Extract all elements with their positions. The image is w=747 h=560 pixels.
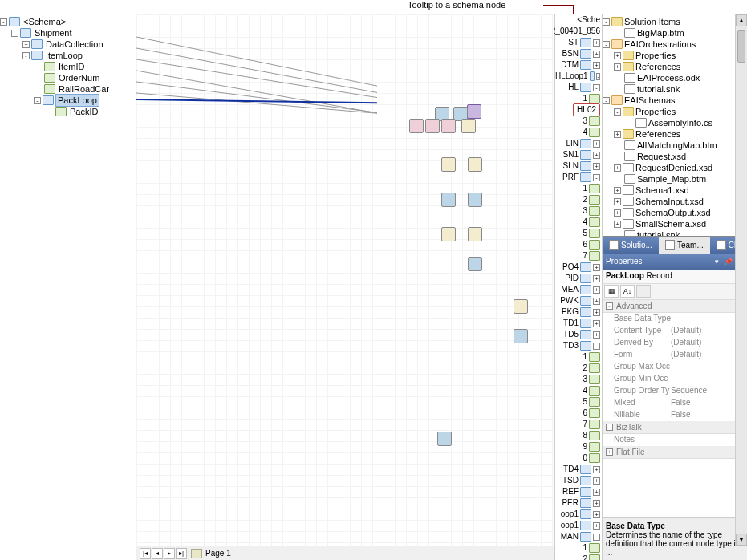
node-label[interactable]: SN1 (563, 149, 579, 160)
node-label[interactable]: 1 (583, 351, 587, 363)
node-label[interactable]: ItemID (57, 61, 86, 72)
node-label[interactable]: 2 (583, 363, 587, 374)
node-label[interactable]: PRF (562, 172, 579, 183)
functoid[interactable] (437, 432, 452, 446)
dest-node[interactable]: 9 (555, 441, 602, 452)
property-pages-button[interactable] (636, 285, 651, 298)
toggle-icon[interactable]: + (593, 62, 600, 69)
node-label[interactable]: PID (565, 273, 579, 284)
toggle-icon[interactable]: + (593, 477, 600, 485)
destination-schema-tree[interactable]: <Sche2_00401_856ST+BSN+DTM+HLLoop1-HL-12… (554, 14, 603, 560)
solution-node[interactable]: tutorial.snk (603, 229, 747, 236)
node-label[interactable]: 7 (583, 250, 587, 262)
toggle-icon[interactable]: + (614, 209, 621, 217)
source-node[interactable]: PackID (0, 106, 136, 117)
toggle-icon[interactable]: - (593, 534, 600, 541)
node-label[interactable]: 4 (583, 217, 587, 228)
tool-tab[interactable]: Team... (659, 237, 710, 254)
prev-page-button[interactable]: ◂ (152, 548, 163, 559)
toggle-icon[interactable]: + (614, 198, 621, 205)
node-label[interactable]: PER (562, 497, 579, 509)
dest-node[interactable]: oop1+ (555, 509, 602, 520)
dest-node[interactable]: DTM+ (555, 59, 602, 71)
solution-node[interactable]: +References (603, 128, 747, 140)
functoid[interactable] (514, 299, 528, 314)
property-row[interactable]: Group Min Occ (603, 373, 747, 385)
node-label[interactable]: SchemaOutput.xsd (635, 207, 711, 218)
source-schema-tree[interactable]: -<Schema>-Shipment+DataCollection-ItemLo… (0, 14, 136, 560)
dest-node[interactable]: 0 (555, 452, 602, 464)
dest-node[interactable]: 1 (555, 183, 602, 194)
node-label[interactable]: RailRoadCar (57, 83, 111, 95)
node-label[interactable]: 1 (583, 183, 587, 194)
dest-node[interactable]: 5 (555, 228, 602, 239)
dest-node[interactable]: 4 (555, 217, 602, 228)
node-label[interactable]: Properties (635, 106, 676, 117)
scroll-up-arrow[interactable]: ▲ (736, 14, 747, 26)
dest-node[interactable]: 2 (555, 194, 602, 205)
property-row[interactable]: Form(Default) (603, 349, 747, 361)
toggle-icon[interactable]: + (614, 131, 621, 138)
node-label[interactable]: EAIProcess.odx (637, 72, 700, 83)
dest-node[interactable]: 4 (555, 385, 602, 396)
dest-node[interactable]: HLLoop1- (555, 71, 602, 82)
node-label[interactable]: 6 (583, 239, 587, 250)
toggle-icon[interactable]: + (593, 39, 600, 47)
node-label[interactable]: 8 (583, 430, 587, 441)
toggle-icon[interactable]: + (593, 500, 600, 507)
property-row[interactable]: NillableFalse (603, 409, 747, 421)
dest-node[interactable]: MEA+ (555, 284, 602, 295)
categorized-button[interactable]: ▦ (604, 285, 619, 298)
property-row[interactable]: Group Order TySequence (603, 385, 747, 397)
properties-grid[interactable]: -AdvancedBase Data TypeContent Type(Defa… (603, 300, 747, 518)
dest-node[interactable]: 3 (555, 205, 602, 217)
node-label[interactable]: 0 (583, 452, 587, 464)
dest-node[interactable]: SLN+ (555, 160, 602, 172)
property-row[interactable]: Base Data Type (603, 313, 747, 325)
dest-node[interactable]: 3 (555, 116, 602, 127)
toggle-icon[interactable]: - (603, 41, 610, 48)
toggle-expand-icon[interactable]: + (22, 41, 30, 48)
toggle-icon[interactable]: + (593, 140, 600, 148)
dest-node[interactable]: 7 (555, 419, 602, 430)
property-category[interactable]: +Flat File (603, 446, 747, 459)
dest-node[interactable]: 4 (555, 127, 602, 138)
source-node[interactable]: -Shipment (0, 27, 136, 39)
solution-node[interactable]: tutorial.snk (603, 83, 747, 95)
dest-node[interactable]: oop1+ (555, 520, 602, 531)
solution-node[interactable]: BigMap.btm (603, 27, 747, 39)
node-label[interactable]: PackLoop (55, 94, 99, 107)
toggle-icon[interactable]: + (593, 298, 600, 305)
property-row[interactable]: Group Max Occ (603, 361, 747, 373)
dest-node[interactable]: PRF- (555, 172, 602, 183)
node-label[interactable]: 1 (583, 93, 587, 104)
dest-node[interactable]: MAN- (555, 531, 602, 542)
node-label[interactable]: 3 (583, 116, 587, 127)
dest-node[interactable]: 2_00401_856 (555, 26, 602, 37)
dest-node[interactable]: 2 (555, 554, 602, 560)
toggle-icon[interactable]: + (593, 152, 600, 159)
dest-node[interactable]: TSD+ (555, 475, 602, 486)
functoid[interactable] (514, 329, 528, 343)
node-label[interactable]: HLLoop1 (555, 71, 588, 82)
node-label[interactable]: 4 (583, 127, 587, 138)
node-label[interactable]: 2 (583, 554, 587, 560)
solution-node[interactable]: +SmallSchema.xsd (603, 218, 747, 229)
first-page-button[interactable]: |◂ (140, 548, 151, 559)
dest-node[interactable]: PID+ (555, 273, 602, 284)
toggle-icon[interactable]: + (593, 309, 600, 316)
node-label[interactable]: MEA (561, 284, 579, 295)
functoid[interactable] (468, 157, 482, 172)
node-label[interactable]: Solution Items (624, 16, 680, 27)
toggle-icon[interactable]: - (596, 73, 600, 80)
dest-node[interactable]: TD1+ (555, 318, 602, 329)
toggle-icon[interactable]: - (603, 18, 610, 26)
functoid[interactable] (468, 227, 482, 241)
dest-node[interactable]: 2HL02 (555, 104, 602, 116)
functoid[interactable] (441, 227, 456, 241)
node-label[interactable]: TD4 (563, 464, 579, 475)
node-label[interactable]: MAN (561, 531, 579, 542)
page-tab-label[interactable]: Page 1 (205, 549, 231, 558)
node-label[interactable]: SmallSchema.xsd (635, 218, 706, 229)
toggle-icon[interactable]: - (593, 174, 600, 181)
